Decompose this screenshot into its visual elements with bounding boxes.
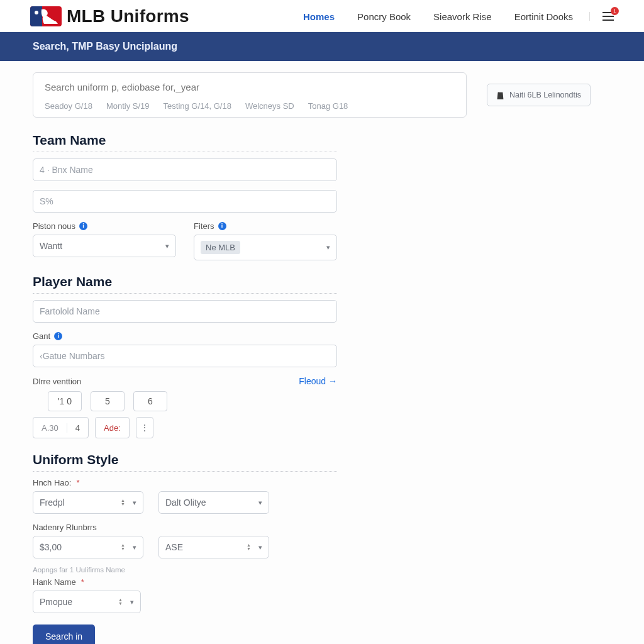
filters-tag: Ne MLB [201,241,240,254]
search-chip[interactable]: Testing G/14, G/18 [164,101,231,111]
chevron-down-icon: ▾ [326,243,330,252]
chevron-down-icon: ▾ [165,242,169,250]
banner-title: Search, TMP Basy Unciplaung [33,41,177,52]
info-icon[interactable]: i [79,222,87,230]
date-part-2[interactable]: 5 [91,391,125,411]
global-search-input[interactable] [45,82,456,92]
side-action-button[interactable]: Naiti 6LB Lelinondtis [487,84,591,106]
nadenry-value: $3,00 [40,542,62,552]
nadenry-label: Nadenry Rlunbrrs [33,523,372,532]
olitye-select[interactable]: Dalt Olitye ▾ [158,491,269,514]
search-chip[interactable]: Seadoy G/18 [45,101,92,111]
hnch-select[interactable]: Fredpl ▲▼ ▾ [33,491,143,514]
section-heading-style: Uniform Style [33,452,337,472]
notification-badge: 1 [611,7,619,15]
hnch-label: Hnch Hao:* [33,478,372,487]
chevron-down-icon: ▾ [258,543,262,552]
date-part-1[interactable]: '1 0 [48,391,82,411]
date-label: Dlrre venttion [33,377,81,386]
hank-value: Pmopue [40,597,72,607]
side-action-label: Naiti 6LB Lelinondtis [509,91,581,99]
seg-a30[interactable]: A.30 4 [33,417,89,438]
piston-label: Piston nous i [33,221,176,231]
stepper-icon: ▲▼ [121,543,125,551]
ase-value: ASE [165,542,183,552]
chevron-down-icon: ▾ [130,598,134,606]
nav-item-sieavork[interactable]: Sieavork Rise [432,8,493,26]
search-chip[interactable]: Montiy S/19 [106,101,150,111]
hank-label: Hank Name* [33,577,372,587]
team-name-input[interactable] [33,158,337,181]
mlb-logo-icon [30,6,62,26]
seg-kebab-icon[interactable]: ⋮ [136,417,153,438]
primary-nav: Homes Poncry Book Sieavork Rise Eortinit… [302,8,574,26]
seg-ade[interactable]: Ade: [95,417,130,438]
search-chip[interactable]: Welcneys SD [245,101,294,111]
top-right-tools: 1 [589,12,614,21]
style-footnote: Aopngs far 1 Uulifirms Name [33,566,372,574]
hank-select[interactable]: Pmopue ▲▼ ▾ [33,591,141,613]
brand-title: MLB Uniforms [67,6,189,26]
seg-a30-right: 4 [67,423,88,433]
nadenry-select[interactable]: $3,00 ▲▼ ▾ [33,536,143,558]
info-icon[interactable]: i [54,332,62,340]
section-heading-player: Player Name [33,274,337,294]
chevron-down-icon: ▾ [133,543,136,552]
chevron-down-icon: ▾ [258,499,262,507]
page-banner: Search, TMP Basy Unciplaung [0,32,644,61]
svg-point-0 [35,11,38,14]
seg-ade-label: Ade: [96,423,129,433]
stepper-icon: ▲▼ [247,543,251,551]
search-chip[interactable]: Tonag G18 [308,101,348,111]
fleoud-link[interactable]: Fleoud → [299,376,337,386]
info-icon[interactable]: i [218,222,226,230]
piston-value: Wantt [40,241,62,251]
search-card: Seadoy G/18 Montiy S/19 Testing G/14, G/… [33,72,467,118]
nav-item-homes[interactable]: Homes [302,8,336,26]
ase-select[interactable]: ASE ▲▼ ▾ [158,536,269,558]
search-submit-button[interactable]: Search in [33,625,95,644]
filters-label: Fiters i [194,221,337,231]
nav-item-poncry[interactable]: Poncry Book [356,8,412,26]
stepper-icon: ▲▼ [118,598,123,606]
piston-select[interactable]: Wantt ▾ [33,235,176,257]
gant-input[interactable] [33,345,337,367]
team-abbr-input[interactable] [33,190,337,213]
seg-a30-left: A.30 [33,423,67,433]
filters-select[interactable]: Ne MLB ▾ [194,235,337,260]
hamburger-menu-icon[interactable]: 1 [602,12,614,21]
section-heading-team: Team Name [33,133,337,152]
chevron-down-icon: ▾ [133,499,136,507]
gant-label: Gant i [33,331,337,341]
top-header: MLB Uniforms Homes Poncry Book Sieavork … [0,0,644,32]
olitye-value: Dalt Olitye [165,497,206,508]
stepper-icon: ▲▼ [121,499,125,506]
search-suggestion-row: Seadoy G/18 Montiy S/19 Testing G/14, G/… [45,101,456,111]
bag-icon [496,91,504,99]
date-part-3[interactable]: 6 [133,391,167,411]
brand-block: MLB Uniforms [30,6,189,26]
player-name-input[interactable] [33,300,337,323]
hnch-value: Fredpl [40,497,65,508]
nav-item-eortinit[interactable]: Eortinit Dooks [513,8,574,26]
